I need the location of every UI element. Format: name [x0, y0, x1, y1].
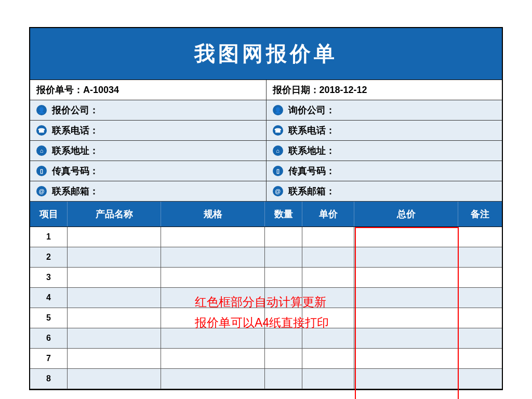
- cell-price[interactable]: [302, 369, 354, 389]
- mobile-icon: ▯: [273, 166, 283, 176]
- info-cell-right: 👤询价公司：: [266, 100, 502, 120]
- info-cell-left: @联系邮箱：: [30, 181, 266, 201]
- info-label: 报价公司：: [52, 104, 99, 116]
- info-row: ☎联系电话：☎联系电话：: [30, 121, 502, 141]
- table-row: 6: [30, 328, 502, 349]
- col-qty: 数量: [265, 202, 302, 227]
- cell-item-no: 2: [30, 247, 68, 267]
- cell-note[interactable]: [458, 349, 502, 368]
- cell-name[interactable]: [68, 328, 161, 348]
- info-label: 联系地址：: [288, 144, 335, 157]
- cell-price[interactable]: [302, 227, 354, 247]
- header-numbers-row: 报价单号： A-10034 报价日期： 2018-12-12: [30, 80, 502, 100]
- col-note: 备注: [458, 202, 502, 227]
- cell-item-no: 5: [30, 308, 68, 328]
- col-price: 单价: [302, 202, 354, 227]
- data-rows-container: 红色框部分自动计算更新 报价单可以A4纸直接打印 12345678: [30, 227, 502, 389]
- cell-spec[interactable]: [161, 227, 265, 247]
- phone-icon: ☎: [273, 125, 283, 136]
- info-cell-left: ☎联系电话：: [30, 121, 266, 140]
- at-icon: @: [36, 186, 47, 196]
- cell-spec[interactable]: [161, 369, 265, 389]
- quote-date-value: 2018-12-12: [320, 85, 367, 96]
- cell-qty[interactable]: [265, 247, 302, 267]
- cell-qty[interactable]: [265, 328, 302, 348]
- quote-number-label: 报价单号：: [36, 84, 83, 96]
- cell-price[interactable]: [302, 247, 354, 267]
- cell-name[interactable]: [68, 349, 161, 368]
- info-label: 联系电话：: [288, 124, 335, 137]
- cell-note[interactable]: [458, 308, 502, 328]
- cell-name[interactable]: [68, 268, 161, 287]
- cell-qty[interactable]: [265, 308, 302, 328]
- cell-note[interactable]: [458, 328, 502, 348]
- table-row: 7: [30, 349, 502, 369]
- cell-note[interactable]: [458, 369, 502, 389]
- info-cell-right: ▯传真号码：: [266, 161, 502, 181]
- cell-spec[interactable]: [161, 247, 265, 267]
- cell-spec[interactable]: [161, 308, 265, 328]
- cell-note[interactable]: [458, 268, 502, 287]
- cell-item-no: 7: [30, 349, 68, 368]
- cell-price[interactable]: [302, 268, 354, 287]
- cell-total: [354, 288, 458, 308]
- quote-date-cell: 报价日期： 2018-12-12: [266, 80, 502, 100]
- cell-name[interactable]: [68, 308, 161, 328]
- cell-price[interactable]: [302, 349, 354, 368]
- cell-spec[interactable]: [161, 268, 265, 287]
- cell-price[interactable]: [302, 308, 354, 328]
- col-total: 总价: [354, 202, 458, 227]
- cell-qty[interactable]: [265, 268, 302, 287]
- cell-qty[interactable]: [265, 349, 302, 368]
- info-label: 询价公司：: [288, 104, 335, 116]
- cell-total: [354, 308, 458, 328]
- cell-price[interactable]: [302, 328, 354, 348]
- cell-total: [354, 349, 458, 368]
- info-cell-right: @联系邮箱：: [266, 181, 502, 201]
- cell-spec[interactable]: [161, 349, 265, 368]
- cell-total: [354, 247, 458, 267]
- table-row: 3: [30, 268, 502, 288]
- quote-date-label: 报价日期：: [273, 84, 320, 96]
- cell-name[interactable]: [68, 227, 161, 247]
- table-row: 4: [30, 288, 502, 308]
- info-row: ▯传真号码：▯传真号码：: [30, 161, 502, 181]
- cell-note[interactable]: [458, 288, 502, 308]
- cell-qty[interactable]: [265, 227, 302, 247]
- cell-note[interactable]: [458, 247, 502, 267]
- cell-qty[interactable]: [265, 369, 302, 389]
- quote-number-cell: 报价单号： A-10034: [30, 80, 266, 100]
- cell-qty[interactable]: [265, 288, 302, 308]
- info-label: 联系电话：: [52, 124, 99, 137]
- info-label: 联系地址：: [52, 144, 99, 157]
- cell-total: [354, 369, 458, 389]
- cell-total: [354, 227, 458, 247]
- cell-name[interactable]: [68, 369, 161, 389]
- col-item: 项目: [30, 202, 68, 227]
- phone-icon: ☎: [36, 125, 47, 136]
- location-icon: ⌂: [36, 145, 47, 156]
- info-row: ⌂联系地址：⌂联系地址：: [30, 141, 502, 161]
- cell-note[interactable]: [458, 227, 502, 247]
- info-label: 联系邮箱：: [52, 185, 99, 197]
- cell-item-no: 8: [30, 369, 68, 389]
- person-icon: 👤: [36, 105, 47, 115]
- info-cell-left: ⌂联系地址：: [30, 141, 266, 161]
- cell-name[interactable]: [68, 247, 161, 267]
- at-icon: @: [273, 186, 283, 196]
- cell-name[interactable]: [68, 288, 161, 308]
- table-row: 8: [30, 369, 502, 389]
- info-cell-right: ⌂联系地址：: [266, 141, 502, 161]
- col-name: 产品名称: [68, 202, 161, 227]
- mobile-icon: ▯: [36, 166, 47, 176]
- info-cell-left: 👤报价公司：: [30, 100, 266, 120]
- table-row: 5: [30, 308, 502, 328]
- info-label: 传真号码：: [52, 165, 99, 177]
- location-icon: ⌂: [273, 145, 283, 156]
- sheet-title: 我图网报价单: [30, 28, 502, 80]
- cell-spec[interactable]: [161, 328, 265, 348]
- cell-spec[interactable]: [161, 288, 265, 308]
- quotation-sheet: 我图网报价单 报价单号： A-10034 报价日期： 2018-12-12 👤报…: [29, 27, 503, 390]
- info-cell-left: ▯传真号码：: [30, 161, 266, 181]
- cell-price[interactable]: [302, 288, 354, 308]
